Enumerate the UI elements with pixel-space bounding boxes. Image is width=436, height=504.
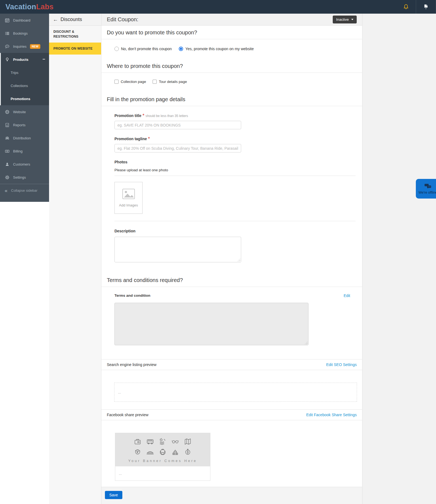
collapse-group-icon[interactable]: − [43, 57, 45, 62]
resize-grip-icon[interactable] [237, 259, 240, 262]
resize-grip-icon[interactable] [305, 341, 308, 344]
suitcase-icon [133, 437, 142, 446]
sidebar-item-label: Inquiries [13, 44, 26, 49]
brand-part-vacation: Vacation [5, 3, 36, 11]
report-file-icon [5, 123, 10, 127]
checkbox-tour-details-page[interactable]: Tour details page [153, 80, 187, 84]
sidebar-item-collections[interactable]: Collections [1, 79, 49, 92]
tab-promote-on-website[interactable]: PROMOTE ON WEBSITE [49, 43, 101, 55]
required-asterisk: * [148, 136, 150, 141]
sidebar-item-label: Settings [13, 175, 26, 179]
description-textarea[interactable] [114, 237, 241, 262]
chat-status-label: We're offline [419, 191, 436, 194]
sidebar-item-dashboard[interactable]: Dashboard [0, 14, 49, 27]
checkbox-icon[interactable] [153, 80, 157, 84]
whats-new-icon[interactable] [416, 0, 436, 14]
radio-unchecked-icon[interactable] [114, 47, 119, 51]
monument-icon [171, 447, 180, 457]
sidebar-item-reports[interactable]: Reports [0, 118, 49, 131]
sidebar-item-label: Website [13, 110, 26, 114]
checkbox-label[interactable]: Tour details page [159, 80, 187, 84]
promotion-tagline-label: Promotion tagline [114, 137, 147, 141]
where-promote-heading: Where to promote this coupon? [101, 59, 362, 73]
beach-sun-icon [158, 437, 167, 446]
sidebar-item-distribution[interactable]: Distribution [0, 131, 49, 145]
facebook-banner-card: Your Banner Comes Here ... [115, 433, 210, 481]
sidebar-item-inquiries[interactable]: Inquiries NEW [0, 40, 49, 53]
edit-coupon-panel: Edit Coupon: Inactive Do you want to pro… [101, 14, 362, 504]
promotion-details-form: Promotion title * should be less than 35… [101, 106, 362, 273]
brand-logo[interactable]: VacationLabs [5, 3, 53, 11]
sidebar-item-label: Dashboard [13, 18, 31, 22]
sidebar-item-customers[interactable]: Customers [0, 158, 49, 171]
promote-location-group: Collection page Tour details page [101, 73, 362, 92]
sidebar-item-promotions[interactable]: Promotions [1, 92, 49, 105]
photos-label: Photos [114, 160, 127, 164]
banner-icon-row [133, 437, 192, 446]
required-asterisk: * [143, 113, 144, 118]
checkbox-label[interactable]: Collection page [121, 80, 146, 84]
save-button[interactable]: Save [105, 491, 122, 499]
description-label: Description [114, 229, 135, 233]
terms-textarea[interactable] [114, 303, 308, 345]
lightbulb-icon [5, 57, 10, 62]
add-images-label: Add Images [119, 203, 138, 207]
sidebar-item-label: Products [13, 58, 28, 62]
brand-part-labs: Labs [36, 3, 54, 11]
sidebar-item-label: Billing [13, 149, 23, 153]
facebook-preview-label: Facebook share preview [107, 413, 149, 417]
promotion-title-input[interactable] [114, 121, 241, 129]
radio-checked-icon[interactable] [179, 47, 183, 51]
sidebar-item-label: Reports [13, 123, 26, 127]
banner-placeholder-image: Your Banner Comes Here [115, 433, 210, 466]
compass-icon [183, 447, 192, 457]
tab-discount-restrictions[interactable]: DISCOUNT & RESTRICTIONS [49, 26, 101, 43]
sidebar-item-trips[interactable]: Trips [1, 66, 49, 79]
people-group-icon [5, 136, 10, 140]
promotion-title-field: Promotion title * should be less than 35… [114, 113, 356, 129]
radio-label[interactable]: No, don't promote this coupon [121, 47, 172, 51]
live-chat-widget[interactable]: We're offline [416, 179, 436, 199]
new-badge: NEW [30, 44, 40, 49]
promote-radio-group: No, don't promote this coupon Yes, promo… [101, 39, 362, 59]
page-title: Edit Coupon: [107, 16, 138, 23]
terms-heading: Terms and conditions required? [101, 273, 362, 287]
banner-caption: ... [115, 466, 210, 481]
edit-seo-settings-link[interactable]: Edit SEO Settings [326, 362, 357, 367]
bus-icon [146, 437, 155, 446]
promotion-tagline-input[interactable] [114, 144, 241, 152]
plane-globe-icon [133, 447, 142, 457]
placeholder-ellipsis: ... [119, 472, 122, 476]
checkbox-collection-page[interactable]: Collection page [114, 80, 146, 84]
divider [114, 221, 356, 221]
radio-option-no-promote[interactable]: No, don't promote this coupon [114, 47, 172, 51]
sidebar-item-settings[interactable]: Settings [0, 171, 49, 184]
back-to-discounts[interactable]: ← Discounts [49, 14, 101, 26]
notifications-bell-icon[interactable] [396, 0, 416, 14]
banner-icon-row [133, 447, 192, 457]
add-images-button[interactable]: Add Images [114, 182, 143, 214]
sidebar-item-label: Customers [13, 162, 30, 166]
sidebar-item-website[interactable]: Website [0, 105, 49, 118]
sidebar-item-label: Distribution [13, 136, 31, 140]
facebook-preview-header: Facebook share preview Edit Facebook Sha… [101, 410, 362, 420]
top-navbar: VacationLabs [0, 0, 436, 14]
terms-edit-link[interactable]: Edit [344, 293, 350, 298]
sidebar-item-billing[interactable]: Billing [0, 145, 49, 158]
facebook-preview-panel: Your Banner Comes Here ... [101, 420, 362, 487]
radio-option-yes-promote[interactable]: Yes, promote this coupon on my website [179, 47, 254, 51]
image-placeholder-icon [122, 189, 135, 199]
sidebar-item-bookings[interactable]: Bookings [0, 27, 49, 40]
checkbox-icon[interactable] [114, 80, 119, 84]
radio-label[interactable]: Yes, promote this coupon on my website [185, 47, 254, 51]
coupon-status-dropdown[interactable]: Inactive [333, 16, 357, 23]
navbar-right-icons [396, 0, 436, 14]
edit-facebook-share-settings-link[interactable]: Edit Facebook Share Settings [306, 413, 357, 417]
back-arrow-icon: ← [53, 17, 58, 23]
promotion-title-hint: should be less than 35 letters [146, 114, 188, 118]
collapse-sidebar-button[interactable]: « Collapse sidebar [0, 184, 49, 197]
sidebar-item-products[interactable]: Products − [1, 53, 49, 66]
chat-bubble-icon [5, 44, 10, 49]
photos-hint: Please upload at least one photo [114, 168, 356, 172]
back-label: Discounts [60, 17, 82, 22]
